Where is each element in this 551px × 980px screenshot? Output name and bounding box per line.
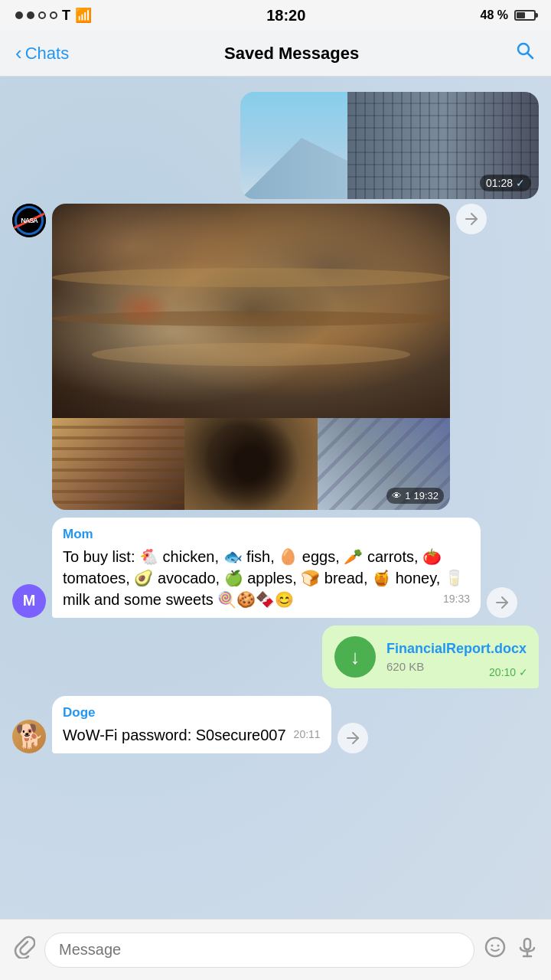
file-bubble: ↓ FinancialReport.docx 620 KB 20:10 ✓: [322, 626, 539, 688]
jupiter-thumb-3: 👁 1 19:32: [318, 418, 450, 510]
jupiter-photos-container: 👁 1 19:32: [52, 204, 450, 510]
doge-message-time: 20:11: [294, 727, 321, 743]
jupiter-message-row: NASA: [12, 204, 539, 510]
file-check-icon: ✓: [519, 666, 528, 678]
thumb-time: 19:32: [413, 490, 439, 501]
mom-message-text: To buy list: 🐔 chicken, 🐟 fish, 🥚 eggs, …: [63, 546, 470, 610]
nasa-text: NASA: [21, 217, 37, 224]
mom-message-row: M Mom To buy list: 🐔 chicken, 🐟 fish, 🥚 …: [12, 518, 539, 618]
mom-avatar: M: [12, 584, 46, 618]
file-download-icon[interactable]: ↓: [334, 636, 376, 678]
dot1: [15, 11, 23, 19]
building-photo-message: 01:28 ✓: [12, 92, 539, 199]
building-photo-img: 01:28 ✓: [240, 92, 539, 199]
mic-button[interactable]: [516, 936, 539, 964]
back-label[interactable]: Chats: [25, 44, 69, 64]
chat-spacer: [0, 756, 551, 825]
status-bar: T 📶 18:20 48 %: [0, 0, 551, 31]
doge-avatar: 🐕: [12, 720, 46, 753]
jupiter-forward-button[interactable]: [456, 204, 487, 234]
nav-bar: ‹ Chats Saved Messages: [0, 31, 551, 77]
doge-text: WoW-Fi password: S0secure007: [63, 727, 286, 743]
status-left: T 📶: [15, 7, 92, 24]
svg-rect-5: [524, 939, 530, 949]
page-title: Saved Messages: [224, 44, 359, 64]
mom-message-time: 19:33: [443, 592, 470, 607]
battery-icon: [514, 10, 536, 21]
nasa-logo: NASA: [12, 204, 46, 237]
doge-sender-name: Doge: [63, 704, 321, 722]
svg-point-2: [486, 938, 504, 956]
photo-time: 01:28: [486, 177, 513, 189]
carrier-label: T: [62, 8, 70, 24]
view-count-badge: 👁 1 19:32: [386, 488, 444, 504]
jupiter-thumb-row: 👁 1 19:32: [52, 418, 450, 510]
chat-area: 01:28 ✓ NASA: [0, 77, 551, 919]
check-icon: ✓: [516, 177, 525, 189]
svg-point-4: [497, 945, 500, 947]
search-button[interactable]: [514, 40, 536, 67]
jupiter-thumb-2: [184, 418, 317, 510]
dot4: [50, 11, 57, 19]
chevron-left-icon: ‹: [15, 41, 22, 65]
file-name: FinancialReport.docx: [386, 639, 527, 658]
mom-text: To buy list: 🐔 chicken, 🐟 fish, 🥚 eggs, …: [63, 548, 464, 608]
battery-label: 48 %: [481, 8, 508, 22]
svg-point-3: [491, 945, 494, 947]
signal-dots: [15, 11, 57, 19]
doge-forward-button[interactable]: [337, 723, 368, 753]
jupiter-main-photo: [52, 204, 450, 418]
mom-avatar-label: M: [23, 592, 36, 609]
photo-time-badge: 01:28 ✓: [480, 175, 531, 191]
sticker-button[interactable]: [484, 936, 507, 964]
file-message-row: ↓ FinancialReport.docx 620 KB 20:10 ✓: [12, 626, 539, 688]
mom-sender-name: Mom: [63, 525, 470, 544]
file-time: 20:10 ✓: [489, 665, 528, 681]
nasa-avatar: NASA: [12, 204, 46, 237]
view-count: 1: [405, 490, 410, 501]
input-bar: [0, 919, 551, 980]
status-right: 48 %: [481, 8, 536, 22]
eye-icon: 👁: [392, 490, 402, 501]
doge-emoji: 🐕: [15, 723, 44, 750]
attach-button[interactable]: [12, 936, 35, 964]
battery-fill: [517, 12, 525, 18]
message-input[interactable]: [44, 933, 474, 968]
dot2: [27, 11, 34, 19]
mom-forward-button[interactable]: [487, 587, 517, 618]
dot3: [38, 11, 46, 19]
svg-line-1: [527, 54, 533, 59]
status-time: 18:20: [266, 7, 305, 24]
mom-bubble: Mom To buy list: 🐔 chicken, 🐟 fish, 🥚 eg…: [52, 518, 481, 618]
doge-message-text: WoW-Fi password: S0secure007 20:11: [63, 724, 321, 746]
doge-message-row: 🐕 Doge WoW-Fi password: S0secure007 20:1…: [12, 696, 539, 753]
building-photo-bubble: 01:28 ✓: [240, 92, 539, 199]
back-button[interactable]: ‹ Chats: [15, 41, 69, 65]
jupiter-thumb-1: [52, 418, 184, 510]
doge-bubble: Doge WoW-Fi password: S0secure007 20:11: [52, 696, 331, 753]
wifi-icon: 📶: [75, 7, 92, 24]
